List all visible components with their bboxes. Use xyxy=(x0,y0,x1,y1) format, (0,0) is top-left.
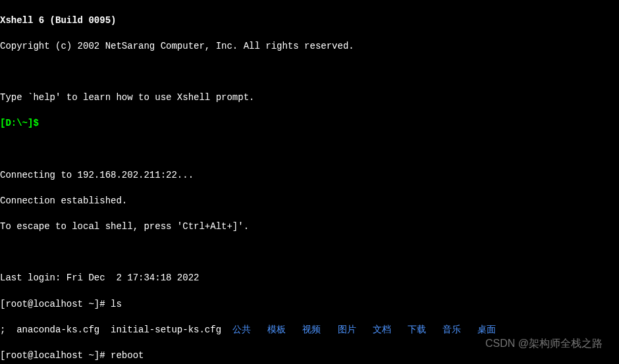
escape-hint: To escape to local shell, press 'Ctrl+Al… xyxy=(0,221,619,234)
terminal-output[interactable]: Xshell 6 (Build 0095) Copyright (c) 2002… xyxy=(0,1,619,364)
dir-item: 图片 xyxy=(338,325,356,335)
dir-item: 模板 xyxy=(267,325,286,335)
copyright-text: Copyright (c) 2002 NetSarang Computer, I… xyxy=(0,40,619,53)
connection-established: Connection established. xyxy=(0,195,619,208)
last-login: Last login: Fri Dec 2 17:34:18 2022 xyxy=(0,272,619,285)
dir-item: 文档 xyxy=(373,325,391,335)
dir-item: 下载 xyxy=(408,325,426,335)
connecting-text: Connecting to 192.168.202.211:22... xyxy=(0,169,619,182)
dir-item: 桌面 xyxy=(477,325,496,335)
watermark-text: CSDN @架构师全栈之路 xyxy=(485,336,603,351)
ls-command: ls xyxy=(111,299,122,309)
ls-files: ; anaconda-ks.cfg initial-setup-ks.cfg xyxy=(0,325,232,335)
remote-prompt: [root@localhost ~]# xyxy=(0,350,111,361)
remote-prompt: [root@localhost ~]# xyxy=(0,299,111,309)
dir-item: 音乐 xyxy=(443,325,461,335)
dir-item: 视频 xyxy=(302,325,321,335)
app-title: Xshell 6 (Build 0095) xyxy=(0,14,619,28)
blank-line xyxy=(0,246,619,259)
help-hint: Type `help' to learn how to use Xshell p… xyxy=(0,91,619,105)
local-prompt: [D:\~]$ xyxy=(0,118,44,128)
blank-line xyxy=(0,143,619,157)
dir-item: 公共 xyxy=(232,325,251,335)
blank-line xyxy=(0,66,619,79)
reboot-command: reboot xyxy=(111,350,144,361)
